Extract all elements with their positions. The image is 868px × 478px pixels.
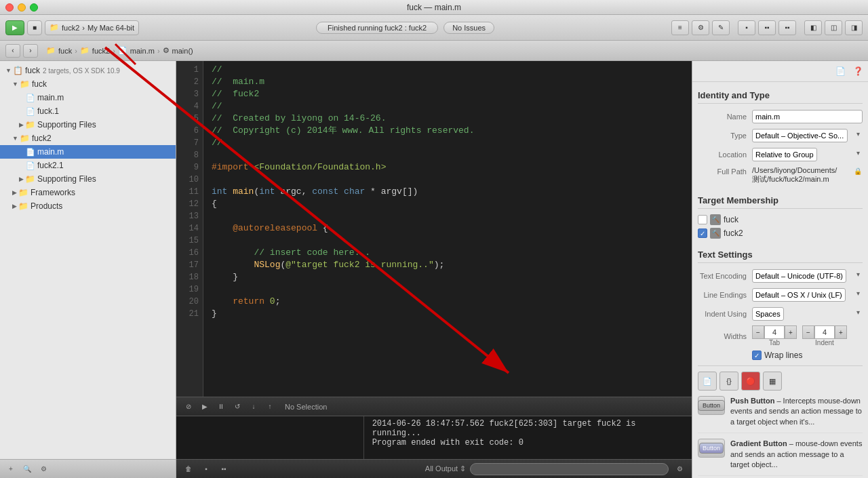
- root-detail: 2 targets, OS X SDK 10.9: [43, 67, 120, 75]
- obj-icon-2[interactable]: {}: [719, 372, 738, 391]
- console-clear-button[interactable]: ⊘: [182, 401, 195, 413]
- console-filter-options[interactable]: ⚙: [673, 463, 686, 475]
- obj-icon-3[interactable]: 🔴: [741, 372, 760, 391]
- sidebar: ▼ 📋 fuck 2 targets, OS X SDK 10.9 ▼ 📁 fu…: [0, 61, 176, 478]
- toolbar-right: ≡ ⚙ ✎ ▪ ▪▪ ▪▪ ◧ ◫ ◨: [671, 20, 863, 35]
- console-step-button[interactable]: ↺: [231, 401, 244, 413]
- breadcrumb-fuck[interactable]: fuck: [58, 47, 72, 55]
- sidebar-item-products[interactable]: ▶ 📁 Products: [0, 199, 176, 213]
- sidebar-item-frameworks[interactable]: ▶ 📁 Frameworks: [0, 186, 176, 199]
- sidebar-item-mainm-fuck[interactable]: 📄 main.m: [0, 91, 176, 104]
- wrap-checkbox[interactable]: ✓: [752, 351, 762, 360]
- code-editor[interactable]: // // main.m // fuck2 // // Created by l…: [203, 61, 692, 397]
- stop-button[interactable]: ■: [27, 20, 42, 35]
- hide-debug[interactable]: ◫: [825, 20, 842, 35]
- view-standard[interactable]: ▪: [738, 20, 755, 35]
- triangle-icon[interactable]: ▼: [5, 67, 12, 74]
- location-select[interactable]: Relative to Group: [752, 148, 817, 161]
- obj-icon-1[interactable]: 📄: [698, 372, 717, 391]
- console-step-into-button[interactable]: ↓: [247, 401, 260, 413]
- navigator-toggle[interactable]: ≡: [671, 20, 689, 35]
- assistant-toggle[interactable]: ✎: [712, 20, 730, 35]
- target-fuck-row: 🔨 fuck: [698, 214, 863, 225]
- triangle-icon[interactable]: ▼: [12, 81, 18, 87]
- tab-decrement-button[interactable]: −: [752, 325, 764, 339]
- file-name: fuck2.1: [37, 161, 64, 170]
- console-step-out-button[interactable]: ↑: [263, 401, 277, 413]
- sidebar-item-fuck2-group[interactable]: ▼ 📁 fuck2: [0, 132, 176, 145]
- sidebar-item-root[interactable]: ▼ 📋 fuck 2 targets, OS X SDK 10.9: [0, 64, 176, 77]
- lock-icon[interactable]: 🔒: [853, 166, 863, 176]
- tab-value: 4: [764, 325, 785, 339]
- breadcrumb-mainm[interactable]: main.m: [130, 47, 155, 55]
- sidebar-filter-button[interactable]: 🔍: [20, 463, 34, 475]
- nav-back-button[interactable]: ‹: [5, 44, 20, 58]
- type-label: Type: [698, 132, 752, 140]
- sidebar-item-supporting-fuck[interactable]: ▶ 📁 Supporting Files: [0, 118, 176, 132]
- file-icon: 📄: [26, 94, 35, 102]
- triangle-icon[interactable]: ▶: [19, 176, 24, 182]
- sidebar-settings-button[interactable]: ⚙: [37, 463, 50, 475]
- line-endings-select[interactable]: Default – OS X / Unix (LF): [752, 288, 846, 302]
- add-file-button[interactable]: +: [4, 463, 18, 475]
- sidebar-item-supporting-fuck2[interactable]: ▶ 📁 Supporting Files: [0, 172, 176, 186]
- breadcrumb-icon4: ⚙: [163, 46, 170, 55]
- nav-forward-button[interactable]: ›: [23, 44, 38, 58]
- sidebar-item-fuck1[interactable]: 📄 fuck.1: [0, 104, 176, 118]
- breadcrumb-main[interactable]: main(): [172, 47, 193, 55]
- console-line-1: 2014-06-26 18:47:57.562 fuck2[625:303] t…: [372, 419, 636, 429]
- view-split-button[interactable]: ▪: [199, 463, 213, 475]
- fullpath-label: Full Path: [698, 166, 752, 176]
- secondary-toolbar: ‹ › 📁 fuck › 📁 fuck2 › 📄 main.m › ⚙ main…: [0, 41, 868, 61]
- hide-navigator[interactable]: ◧: [804, 20, 822, 35]
- quick-help-icon[interactable]: ❓: [850, 64, 865, 79]
- debug-toggle[interactable]: ⚙: [692, 20, 709, 35]
- obj-icons-row: 📄 {} 🔴 ▦: [698, 372, 863, 391]
- sidebar-item-mainm-fuck2[interactable]: 📄 main.m: [0, 145, 176, 159]
- view-console-button[interactable]: ▪▪: [217, 463, 231, 475]
- target-fuck-name: fuck: [724, 215, 738, 224]
- status-message: Finished running fuck2 : fuck2: [316, 22, 438, 34]
- hide-utilities[interactable]: ◨: [845, 20, 863, 35]
- type-select[interactable]: Default – Objective-C So...: [752, 129, 848, 142]
- file-icon: 📄: [26, 161, 35, 170]
- all-output-selector[interactable]: All Output ⇕: [425, 464, 466, 473]
- indent-label: Indent: [815, 339, 834, 346]
- target-fuck2-checkbox[interactable]: ✓: [698, 228, 707, 238]
- trash-icon[interactable]: 🗑: [182, 463, 195, 475]
- view-version[interactable]: ▪▪: [778, 20, 796, 35]
- window-title: fuck — main.m: [407, 3, 461, 12]
- triangle-icon[interactable]: ▶: [19, 121, 24, 128]
- maximize-button[interactable]: [30, 3, 38, 12]
- view-assistant[interactable]: ▪▪: [758, 20, 776, 35]
- file-name: fuck.1: [37, 106, 59, 116]
- sidebar-item-fuck-group[interactable]: ▼ 📁 fuck: [0, 77, 176, 91]
- console-filter-input[interactable]: [470, 463, 669, 475]
- triangle-icon[interactable]: ▶: [12, 189, 17, 196]
- issues-badge: No Issues: [443, 22, 494, 34]
- console-play-button[interactable]: ▶: [198, 401, 212, 413]
- wrap-label: Wrap lines: [764, 351, 802, 360]
- name-input[interactable]: [752, 110, 863, 123]
- minimize-button[interactable]: [18, 3, 26, 12]
- indent-select[interactable]: Spaces: [752, 307, 784, 321]
- close-button[interactable]: [5, 3, 14, 12]
- indent-increment-button[interactable]: +: [835, 325, 847, 339]
- target-fuck-checkbox[interactable]: [698, 215, 707, 224]
- run-button[interactable]: ▶: [5, 20, 24, 35]
- scheme-selector[interactable]: 📁 fuck2 › My Mac 64-bit: [45, 20, 139, 35]
- location-label: Location: [698, 151, 752, 159]
- console-pause-button[interactable]: ⏸: [214, 401, 228, 413]
- sidebar-item-fuck21[interactable]: 📄 fuck2.1: [0, 159, 176, 172]
- console-output: 2014-06-26 18:47:57.562 fuck2[625:303] t…: [364, 416, 692, 459]
- console-toolbar: ⊘ ▶ ⏸ ↺ ↓ ↑ No Selection: [176, 397, 692, 416]
- tab-increment-button[interactable]: +: [785, 325, 797, 339]
- obj-icon-4[interactable]: ▦: [763, 372, 782, 391]
- file-inspector-icon[interactable]: 📄: [833, 64, 848, 79]
- triangle-icon[interactable]: ▼: [12, 135, 18, 142]
- indent-decrement-button[interactable]: −: [802, 325, 814, 339]
- triangle-icon[interactable]: ▶: [12, 203, 17, 210]
- file-name: main.m: [37, 147, 64, 157]
- breadcrumb-fuck2[interactable]: fuck2: [92, 47, 110, 55]
- encoding-select[interactable]: Default – Unicode (UTF-8): [752, 269, 846, 283]
